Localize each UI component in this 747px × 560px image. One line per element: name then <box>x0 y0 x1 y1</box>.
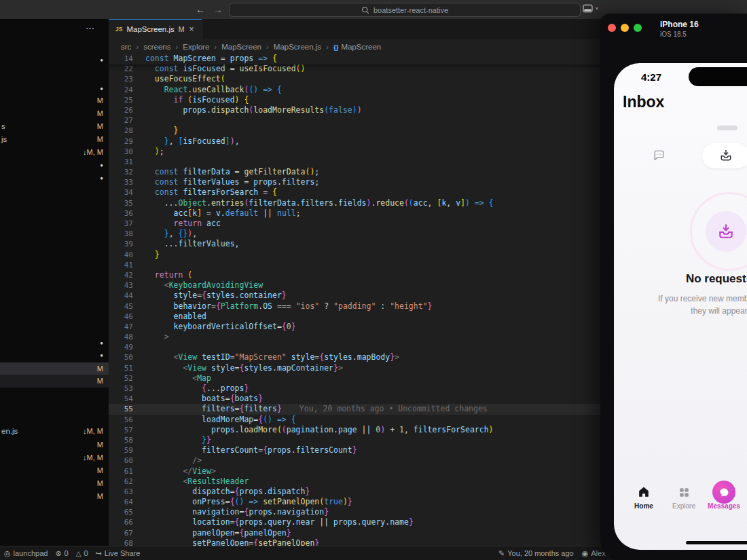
status-bar-item[interactable]: Live Share <box>96 549 141 558</box>
requests-inbox-icon[interactable] <box>719 149 733 165</box>
nav-back-icon[interactable]: ← <box>196 4 205 15</box>
explorer-file-item[interactable]: ● <box>0 159 109 172</box>
status-bar-item-label: 0 <box>84 549 88 557</box>
tab-messages-label: Messages <box>708 502 740 510</box>
explorer-file-item[interactable]: M <box>0 438 109 451</box>
empty-state-caption-line2: they will appear <box>617 306 747 316</box>
line-number: 40 <box>109 250 140 260</box>
line-number: 56 <box>109 415 140 425</box>
explorer-file-item[interactable]: jsM <box>0 133 109 146</box>
line-number: 14 <box>109 54 140 64</box>
line-number: 39 <box>109 239 140 249</box>
breadcrumb-item[interactable]: Explore <box>183 43 209 51</box>
line-number: 31 <box>109 157 140 167</box>
close-icon[interactable]: × <box>189 24 194 34</box>
modified-dot: ● <box>100 175 103 181</box>
explorer-file-item[interactable]: sM <box>0 120 109 133</box>
explorer-file-item[interactable]: ● <box>0 54 109 67</box>
status-bar-item[interactable]: 0 <box>55 549 68 558</box>
tab-messages[interactable]: Messages <box>705 481 743 519</box>
layout-toggle-button[interactable]: ∨ <box>583 4 599 13</box>
empty-state-title: No requests <box>617 272 747 286</box>
file-name-fragment: en.js <box>1 427 18 435</box>
line-number: 67 <box>109 528 140 538</box>
line-number: 23 <box>109 74 140 84</box>
status-bar-item-label: launchpad <box>14 549 48 557</box>
explorer-file-item[interactable]: M <box>0 375 109 388</box>
line-number: 57 <box>109 425 140 435</box>
line-number: 50 <box>109 352 140 362</box>
breadcrumb-item[interactable]: MapScreen <box>221 43 261 51</box>
zoom-window-button[interactable] <box>634 24 642 32</box>
tab-explore-label: Explore <box>672 502 695 510</box>
line-number: 22 <box>109 64 140 74</box>
status-bar-item-label: 0 <box>65 549 69 557</box>
explorer-file-item[interactable]: M <box>0 490 109 503</box>
explorer-file-item[interactable]: en.js↓M, M <box>0 425 109 438</box>
nav-forward-icon[interactable]: → <box>213 4 223 15</box>
line-number: 42 <box>109 270 140 280</box>
tab-home[interactable]: Home <box>625 481 663 519</box>
status-time: 4:27 <box>641 71 661 83</box>
explorer-file-item[interactable]: ● <box>0 349 109 362</box>
line-number: 58 <box>109 435 140 445</box>
simulator-os-version: iOS 18.5 <box>660 31 687 38</box>
command-center-search[interactable]: boatsetter-react-native <box>229 3 581 17</box>
explorer-file-item[interactable]: M <box>0 477 109 490</box>
line-number: 33 <box>109 177 140 187</box>
status-bar-item[interactable]: 0 <box>76 549 88 557</box>
line-number: 52 <box>109 373 140 384</box>
breadcrumb-item[interactable]: src <box>121 43 131 51</box>
screen-root: ← → boatsetter-react-native ∨ ⋯ ●●MMsMjs… <box>0 0 747 560</box>
line-number: 47 <box>109 322 140 332</box>
explorer-file-item[interactable]: ● <box>0 82 109 95</box>
status-bar-left: launchpad00Live Share <box>4 546 140 560</box>
git-status-badge: M <box>97 96 103 105</box>
line-number: 34 <box>109 187 140 198</box>
explorer-file-item[interactable]: M <box>0 362 109 375</box>
status-bar-item[interactable]: You, 20 months ago <box>498 549 574 558</box>
line-number: 51 <box>109 363 140 373</box>
git-modified-badge: M <box>179 25 185 33</box>
breadcrumb-item[interactable]: MapScreen.js <box>274 43 321 51</box>
tab-mapscreen-js[interactable]: JS MapScreen.js M × <box>109 19 202 39</box>
git-status-badge: M <box>97 135 103 143</box>
explorer-file-item[interactable]: ● <box>0 172 109 185</box>
explorer-file-item[interactable]: ↓M, M <box>0 146 109 159</box>
line-number: 63 <box>109 487 140 497</box>
account-icon <box>582 549 589 558</box>
breadcrumb-item[interactable]: screens <box>143 43 170 51</box>
messages-highlight-circle <box>712 481 735 504</box>
status-bar-item-label: Live Share <box>105 549 141 557</box>
window-controls <box>608 24 642 32</box>
breadcrumb-separator: › <box>326 43 329 51</box>
status-bar-item[interactable]: launchpad <box>4 549 48 558</box>
line-number: 28 <box>109 126 140 136</box>
line-number: 35 <box>109 198 140 208</box>
breadcrumb-item[interactable]: MapScreen <box>333 43 381 51</box>
line-number: 60 <box>109 455 140 466</box>
explorer-file-item[interactable]: ● <box>0 337 109 350</box>
file-name-fragment: js <box>1 135 7 143</box>
explorer-file-item[interactable]: M <box>0 94 109 107</box>
messages-segment-button[interactable] <box>652 149 666 165</box>
tab-explore[interactable]: Explore <box>665 481 703 519</box>
explorer-file-item[interactable]: M <box>0 464 109 477</box>
line-number: 24 <box>109 85 140 95</box>
line-number: 65 <box>109 507 140 517</box>
sidebar-more-actions[interactable]: ⋯ <box>86 23 95 33</box>
explorer-file-item[interactable]: M <box>0 107 109 120</box>
line-number: 37 <box>109 219 140 229</box>
line-number: 55 <box>109 404 140 414</box>
close-window-button[interactable] <box>608 24 616 32</box>
git-status-badge: M <box>97 365 103 373</box>
explorer-sidebar: ⋯ ●●MMsMjsM↓M, M●●●●MMen.js↓M, MM↓M, MMM… <box>0 19 109 546</box>
requests-inbox-icon <box>717 223 735 240</box>
line-number: 27 <box>109 115 140 126</box>
js-file-icon: JS <box>115 26 122 33</box>
minimize-window-button[interactable] <box>621 24 629 32</box>
explorer-file-item[interactable]: ↓M, M <box>0 451 109 464</box>
git-status-badge: ↓M, M <box>83 453 103 462</box>
warning-icon <box>76 549 81 557</box>
error-icon <box>55 549 61 558</box>
